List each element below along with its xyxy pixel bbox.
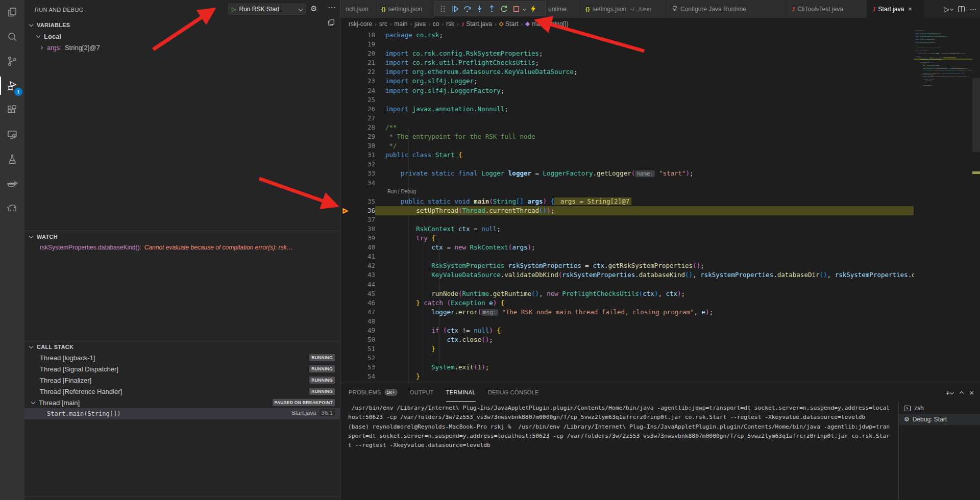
continue-icon[interactable] <box>449 3 461 15</box>
code-line-34[interactable]: 34 <box>340 179 914 188</box>
code-line-46[interactable]: 46 } catch (Exception e) { <box>340 298 914 308</box>
activitybar-item-docker[interactable] <box>0 171 24 196</box>
tab-clitoolstest.java[interactable]: JCliToolsTest.java <box>787 0 867 18</box>
panel-tab-terminal[interactable]: TERMINAL <box>446 383 476 402</box>
call-stack-thread[interactable]: Thread [logback-1]RUNNING <box>24 352 340 363</box>
launch-config-dropdown[interactable]: ▷ Run RSK Start <box>228 4 306 15</box>
panel-tab-debug-console[interactable]: DEBUG CONSOLE <box>488 383 539 402</box>
close-icon[interactable]: × <box>908 5 912 13</box>
variables-section-header[interactable]: VARIABLES <box>24 19 340 31</box>
breakpoints-section-header[interactable]: BREAKPOINTS <box>24 496 340 500</box>
code-line-20[interactable]: 20import co.rsk.config.RskSystemProperti… <box>340 49 914 58</box>
watch-expression-row[interactable]: rskSystemProperties.databaseKind(): Cann… <box>24 242 340 253</box>
gear-icon[interactable]: ⚙ <box>310 4 317 13</box>
step-out-icon[interactable] <box>485 3 498 15</box>
panel-tab-problems[interactable]: PROBLEMS1K+ <box>349 383 398 402</box>
paused-breakpoint-icon[interactable] <box>340 206 351 215</box>
code-editor[interactable]: 18package co.rsk;1920import co.rsk.confi… <box>340 30 980 383</box>
code-line-42[interactable]: 42 RskSystemProperties rskSystemProperti… <box>340 261 914 270</box>
more-actions-icon[interactable]: ⋯ <box>970 5 977 13</box>
code-line-27[interactable]: 27 <box>340 114 914 123</box>
variable-args[interactable]: args: String[2]@7 <box>24 42 340 53</box>
terminal-list-item-zsh[interactable]: zsh <box>899 403 980 414</box>
breadcrumb-item-start[interactable]: ◇Start <box>499 20 519 28</box>
code-line-24[interactable]: 24import org.slf4j.LoggerFactory; <box>340 86 914 95</box>
code-line-54[interactable]: 54 } <box>914 86 972 87</box>
code-line-22[interactable]: 22import org.ethereum.datasource.KeyValu… <box>340 67 914 77</box>
close-panel-icon[interactable]: × <box>969 388 974 397</box>
breadcrumb-item-src[interactable]: src <box>379 20 387 28</box>
activitybar-item-source-control[interactable] <box>0 49 24 73</box>
code-line-54[interactable]: 54 } <box>340 372 914 381</box>
code-line-47[interactable]: 47 logger.error(msg: "The RSK node main … <box>340 308 914 317</box>
minimap[interactable]: 18package co.rsk;1920import co.rsk.confi… <box>914 30 972 383</box>
call-stack-section-header[interactable]: CALL STACK <box>24 341 340 352</box>
code-line-40[interactable]: 40 ctx = new RskContext(args); <box>340 243 914 252</box>
codelens-run-debug[interactable]: Run | Debug <box>340 188 914 197</box>
code-line-32[interactable]: 32 <box>340 160 914 169</box>
code-line-18[interactable]: 18package co.rsk; <box>340 31 914 40</box>
breadcrumb-item-rskj-core[interactable]: rskj-core <box>349 20 372 28</box>
tab-configure-java-runtime[interactable]: Configure Java Runtime <box>666 0 787 18</box>
code-line-23[interactable]: 23import org.slf4j.Logger; <box>340 77 914 86</box>
code-line-49[interactable]: 49 if (ctx != null) { <box>340 326 914 335</box>
code-line-38[interactable]: 38 RskContext ctx = null; <box>340 224 914 234</box>
tab-start.java[interactable]: JStart.java× <box>867 0 924 18</box>
code-line-45[interactable]: 45 runNode(Runtime.getRuntime(), new Pre… <box>340 289 914 298</box>
call-stack-thread[interactable]: Thread [Reference Handler]RUNNING <box>24 386 340 397</box>
code-line-29[interactable]: 29 * The entrypoint for the RSK full nod… <box>340 132 914 141</box>
activitybar-item-testing[interactable] <box>0 147 24 171</box>
breadcrumb-item-start.java[interactable]: JStart.java <box>461 20 492 28</box>
activitybar-item-run-and-debug[interactable]: 1 <box>0 73 24 98</box>
code-line-37[interactable]: 37 <box>340 215 914 224</box>
maximize-panel-icon[interactable] <box>960 390 963 395</box>
activitybar-item-explorer[interactable] <box>0 0 24 24</box>
code-line-43[interactable]: 43 KeyValueDataSource.validateDbKind(rsk… <box>340 270 914 280</box>
activitybar-item-search[interactable] <box>0 24 24 49</box>
split-editor-icon[interactable] <box>958 6 965 12</box>
code-line-52[interactable]: 52 <box>340 354 914 363</box>
run-java-button[interactable]: ▷ <box>944 5 953 13</box>
code-line-51[interactable]: 51 } <box>340 344 914 354</box>
chevron-down-icon[interactable] <box>523 7 526 10</box>
call-stack-thread[interactable]: Thread [Finalizer]RUNNING <box>24 374 340 386</box>
breadcrumb-item-java[interactable]: java <box>414 20 426 28</box>
code-line-35[interactable]: 35 public static void main(String[] args… <box>340 197 914 206</box>
tab-nch.json[interactable]: nch.json <box>340 0 376 18</box>
hot-code-replace-icon[interactable] <box>527 3 539 15</box>
code-line-31[interactable]: 31public class Start { <box>340 151 914 160</box>
activitybar-item-gradle[interactable] <box>0 196 24 220</box>
more-actions-icon[interactable]: ⋯ <box>328 3 336 12</box>
code-line-41[interactable]: 41 <box>340 252 914 261</box>
code-line-50[interactable]: 50 ctx.close(); <box>340 335 914 344</box>
restart-icon[interactable] <box>498 3 510 15</box>
code-line-33[interactable]: 33 private static final Logger logger = … <box>340 169 914 178</box>
breadcrumb-item-rsk[interactable]: rsk <box>446 20 454 28</box>
step-into-icon[interactable] <box>473 3 485 15</box>
breadcrumb-item-main-string-[interactable]: ◈main(String[]) <box>525 20 569 28</box>
code-line-28[interactable]: 28/** <box>340 123 914 132</box>
call-stack-thread[interactable]: Thread [Signal Dispatcher]RUNNING <box>24 363 340 374</box>
code-line-30[interactable]: 30 */ <box>340 141 914 151</box>
code-line-36[interactable]: 36 setUpThread(Thread.currentThread()); <box>340 206 914 215</box>
call-stack-frame-selected[interactable]: Start.main(String[])Start.java36:1 <box>24 408 340 419</box>
stop-icon[interactable] <box>510 3 522 15</box>
panel-tab-output[interactable]: OUTPUT <box>410 383 434 402</box>
scrollbar-thumb[interactable] <box>972 78 980 152</box>
breadcrumb-item-main[interactable]: main <box>394 20 407 28</box>
code-line-44[interactable]: 44 <box>340 280 914 289</box>
terminal-output[interactable]: /usr/bin/env /Library/Internet\ Plug-Ins… <box>348 404 897 450</box>
code-line-53[interactable]: 53 System.exit(1); <box>340 363 914 372</box>
code-line-48[interactable]: 48 <box>340 317 914 326</box>
code-line-25[interactable]: 25 <box>340 95 914 105</box>
breadcrumb-item-co[interactable]: co <box>433 20 439 28</box>
watch-section-header[interactable]: WATCH <box>24 231 340 242</box>
call-stack-thread[interactable]: Thread [main]PAUSED ON BREAKPOINT <box>24 397 340 408</box>
code-line-21[interactable]: 21import co.rsk.util.PreflightChecksUtil… <box>340 58 914 67</box>
activitybar-item-remote-explorer[interactable] <box>0 122 24 147</box>
drag-grip-icon[interactable] <box>436 3 449 15</box>
variables-scope-local[interactable]: Local <box>24 31 340 42</box>
code-line-26[interactable]: 26import javax.annotation.Nonnull; <box>340 105 914 114</box>
activitybar-item-extensions[interactable] <box>0 98 24 122</box>
step-over-icon[interactable] <box>461 3 473 15</box>
